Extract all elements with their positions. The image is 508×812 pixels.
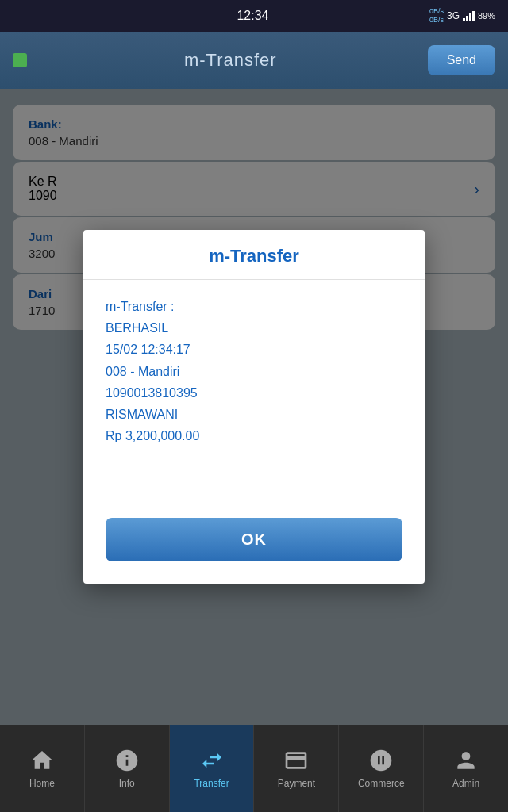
- signal-bars: [463, 10, 475, 21]
- background-content: Bank: 008 - Mandiri Ke R 1090 › Jum 3200…: [0, 89, 508, 725]
- send-button[interactable]: Send: [428, 45, 495, 75]
- home-icon: [29, 748, 55, 773]
- nav-item-info[interactable]: Info: [85, 725, 170, 812]
- network-type: 3G: [447, 10, 460, 21]
- info-icon: [114, 748, 140, 773]
- transfer-icon: [199, 748, 225, 773]
- nav-label-payment: Payment: [278, 778, 315, 789]
- nav-label-transfer: Transfer: [194, 778, 229, 789]
- status-bar: 12:34 0B/s 0B/s 3G 89%: [0, 0, 508, 32]
- bottom-navigation: Home Info Transfer Payment Commerce Admi…: [0, 725, 508, 812]
- nav-label-info: Info: [119, 778, 135, 789]
- app-title: m-Transfer: [33, 50, 428, 71]
- transfer-dialog: m-Transfer m-Transfer : BERHASIL 15/02 1…: [83, 230, 425, 584]
- nav-item-admin[interactable]: Admin: [424, 725, 508, 812]
- dialog-footer: OK: [83, 518, 425, 584]
- nav-item-home[interactable]: Home: [0, 725, 85, 812]
- payment-icon: [283, 748, 309, 773]
- ok-button[interactable]: OK: [106, 518, 402, 561]
- nav-item-transfer[interactable]: Transfer: [170, 725, 255, 812]
- app-bar: m-Transfer Send: [0, 32, 508, 89]
- status-dot: [13, 53, 27, 67]
- status-right: 0B/s 0B/s 3G 89%: [429, 7, 495, 25]
- nav-item-payment[interactable]: Payment: [254, 725, 339, 812]
- status-time: 12:34: [76, 9, 429, 23]
- nav-label-commerce: Commerce: [358, 778, 405, 789]
- admin-icon: [453, 748, 479, 773]
- commerce-icon: [368, 748, 394, 773]
- battery-indicator: 89%: [478, 11, 495, 21]
- dialog-body: m-Transfer : BERHASIL 15/02 12:34:17 008…: [83, 280, 425, 518]
- nav-item-commerce[interactable]: Commerce: [339, 725, 424, 812]
- dialog-title: m-Transfer: [83, 230, 425, 280]
- dialog-message: m-Transfer : BERHASIL 15/02 12:34:17 008…: [106, 296, 402, 446]
- nav-label-admin: Admin: [452, 778, 479, 789]
- nav-label-home: Home: [29, 778, 55, 789]
- network-speeds: 0B/s 0B/s: [429, 7, 444, 25]
